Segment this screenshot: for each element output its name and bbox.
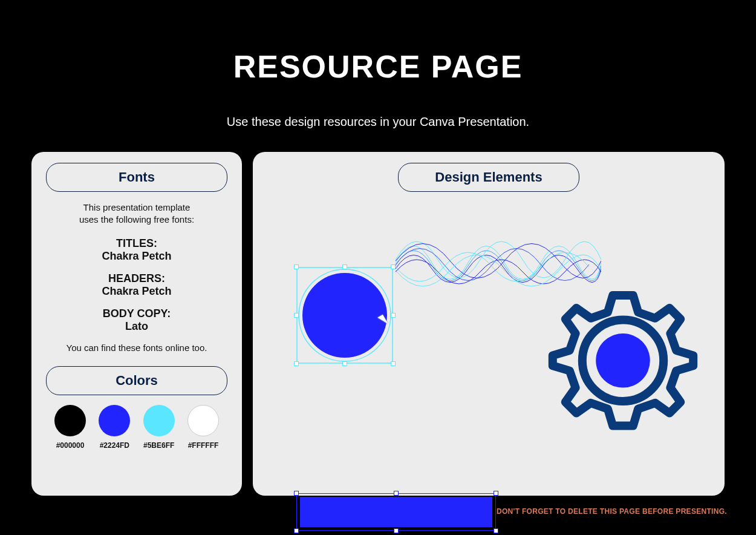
swatch-1-circle xyxy=(99,405,130,436)
headers-label: HEADERS: xyxy=(46,272,227,285)
design-element-circle[interactable] xyxy=(296,267,393,364)
design-element-rect-filled[interactable] xyxy=(296,493,496,531)
titles-label: TITLES: xyxy=(46,237,227,250)
svg-point-4 xyxy=(596,333,650,388)
fonts-intro-line2: uses the following free fonts: xyxy=(79,214,194,225)
fonts-intro: This presentation template uses the foll… xyxy=(46,202,227,226)
swatch-2-hex: #5BE6FF xyxy=(138,441,180,450)
page-title: RESOURCE PAGE xyxy=(0,48,756,85)
swatch-1-hex: #2224FD xyxy=(94,441,135,450)
fonts-intro-line1: This presentation template xyxy=(83,202,191,212)
swatch-3-circle xyxy=(187,405,219,436)
design-element-gear[interactable] xyxy=(538,283,708,452)
font-block-titles: TITLES: Chakra Petch xyxy=(46,237,227,263)
headers-font: Chakra Petch xyxy=(46,285,227,298)
svg-point-1 xyxy=(302,273,387,358)
footer-warning: DON'T FORGET TO DELETE THIS PAGE BEFORE … xyxy=(497,507,727,516)
fonts-colors-card: Fonts This presentation template uses th… xyxy=(31,152,242,496)
swatch-1: #2224FD xyxy=(94,405,135,450)
swatch-2: #5BE6FF xyxy=(138,405,180,450)
body-label: BODY COPY: xyxy=(46,307,227,320)
font-block-headers: HEADERS: Chakra Petch xyxy=(46,272,227,298)
fonts-heading-pill: Fonts xyxy=(46,163,227,192)
design-elements-card: Design Elements xyxy=(253,152,725,496)
swatch-0: #000000 xyxy=(50,405,91,450)
page-subtitle: Use these design resources in your Canva… xyxy=(0,115,756,129)
rect-filled-border xyxy=(296,493,496,531)
swatch-2-circle xyxy=(143,405,175,436)
body-font: Lato xyxy=(46,320,227,333)
cards-row: Fonts This presentation template uses th… xyxy=(0,152,756,496)
titles-font: Chakra Petch xyxy=(46,250,227,263)
swatch-3-hex: #FFFFFF xyxy=(183,441,224,450)
colors-row: #000000 #2224FD #5BE6FF #FFFFFF xyxy=(46,405,227,450)
colors-heading-pill: Colors xyxy=(46,366,227,395)
swatch-0-hex: #000000 xyxy=(50,441,91,450)
swatch-0-circle xyxy=(54,405,86,436)
font-block-body: BODY COPY: Lato xyxy=(46,307,227,333)
swatch-3: #FFFFFF xyxy=(183,405,224,450)
fonts-note: You can find these fonts online too. xyxy=(46,343,227,353)
design-heading-pill: Design Elements xyxy=(398,163,579,192)
circle-icon xyxy=(296,267,393,364)
